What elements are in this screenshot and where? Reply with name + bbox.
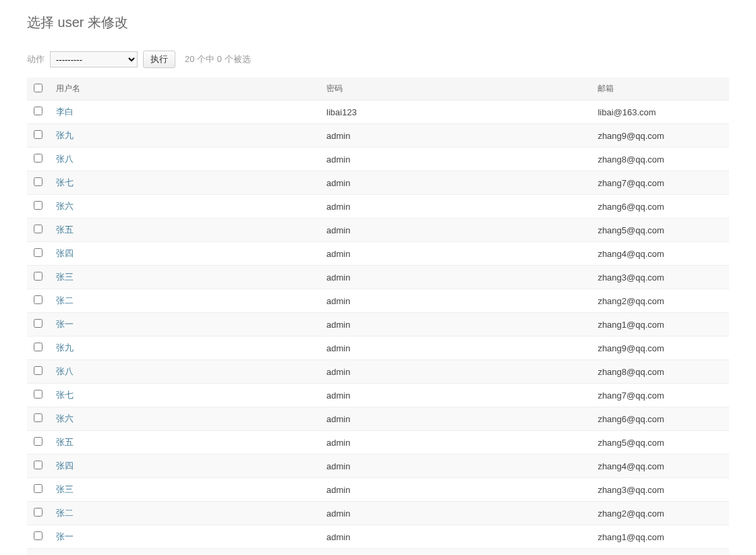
execute-button[interactable]: 执行 (143, 51, 175, 68)
cell-email: zhang1@qq.com (591, 313, 729, 337)
row-checkbox[interactable] (34, 130, 42, 139)
cell-email: zhang4@qq.com (591, 455, 729, 478)
row-checkbox[interactable] (34, 201, 42, 210)
row-checkbox[interactable] (34, 437, 42, 446)
cell-email: zhang7@qq.com (591, 384, 729, 407)
cell-username: 张九 (49, 337, 320, 360)
row-checkbox-cell (27, 384, 49, 407)
username-link[interactable]: 张二 (56, 295, 74, 305)
header-password[interactable]: 密码 (320, 78, 591, 100)
table-row: 张五adminzhang5@qq.com (27, 218, 729, 242)
username-link[interactable]: 张八 (56, 154, 74, 164)
cell-password: admin (320, 171, 591, 195)
table-row: 白兰花adminadmin@qq.com (27, 549, 729, 556)
row-checkbox[interactable] (34, 107, 42, 115)
row-checkbox[interactable] (34, 248, 42, 257)
cell-username: 张四 (49, 242, 320, 266)
row-checkbox[interactable] (34, 295, 42, 304)
username-link[interactable]: 张八 (56, 366, 74, 376)
row-checkbox[interactable] (34, 225, 42, 233)
row-checkbox-cell (27, 360, 49, 384)
row-checkbox[interactable] (34, 366, 42, 375)
cell-username: 张五 (49, 218, 320, 242)
row-checkbox[interactable] (34, 390, 42, 399)
row-checkbox-cell (27, 525, 49, 549)
row-checkbox[interactable] (34, 508, 42, 517)
table-row: 张三adminzhang3@qq.com (27, 478, 729, 502)
select-all-checkbox[interactable] (34, 84, 42, 92)
cell-email: zhang3@qq.com (591, 478, 729, 502)
cell-email: zhang2@qq.com (591, 289, 729, 313)
row-checkbox[interactable] (34, 319, 42, 328)
row-checkbox[interactable] (34, 154, 42, 163)
cell-password: admin (320, 455, 591, 478)
cell-password: admin (320, 407, 591, 431)
cell-username: 李白 (49, 100, 320, 124)
table-row: 张三adminzhang3@qq.com (27, 266, 729, 289)
cell-email: zhang8@qq.com (591, 360, 729, 384)
table-row: 张一adminzhang1@qq.com (27, 525, 729, 549)
username-link[interactable]: 张三 (56, 272, 74, 282)
username-link[interactable]: 张五 (56, 437, 74, 447)
cell-email: libai@163.com (591, 100, 729, 124)
table-row: 张七adminzhang7@qq.com (27, 384, 729, 407)
username-link[interactable]: 张一 (56, 531, 74, 542)
cell-password: admin (320, 148, 591, 171)
row-checkbox-cell (27, 337, 49, 360)
actions-bar: 动作 --------- 执行 20 个中 0 个被选 (27, 51, 729, 68)
cell-username: 张八 (49, 360, 320, 384)
cell-password: admin (320, 266, 591, 289)
page-title: 选择 user 来修改 (27, 13, 729, 32)
row-checkbox[interactable] (34, 177, 42, 186)
row-checkbox-cell (27, 218, 49, 242)
cell-email: zhang8@qq.com (591, 148, 729, 171)
table-row: 张六adminzhang6@qq.com (27, 407, 729, 431)
row-checkbox-cell (27, 124, 49, 148)
username-link[interactable]: 张一 (56, 319, 74, 329)
username-link[interactable]: 张四 (56, 461, 74, 471)
username-link[interactable]: 张七 (56, 390, 74, 400)
cell-password: admin (320, 384, 591, 407)
cell-username: 张二 (49, 502, 320, 525)
username-link[interactable]: 张六 (56, 413, 74, 423)
row-checkbox[interactable] (34, 343, 42, 351)
cell-username: 张七 (49, 384, 320, 407)
table-row: 张九adminzhang9@qq.com (27, 337, 729, 360)
cell-password: admin (320, 525, 591, 549)
actions-select[interactable]: --------- (50, 51, 138, 67)
table-row: 张一adminzhang1@qq.com (27, 313, 729, 337)
username-link[interactable]: 李白 (56, 107, 74, 117)
username-link[interactable]: 张四 (56, 248, 74, 258)
row-checkbox-cell (27, 478, 49, 502)
cell-username: 张六 (49, 195, 320, 218)
username-link[interactable]: 张二 (56, 508, 74, 518)
row-checkbox-cell (27, 407, 49, 431)
cell-password: admin (320, 478, 591, 502)
username-link[interactable]: 张三 (56, 484, 74, 494)
cell-email: zhang3@qq.com (591, 266, 729, 289)
row-checkbox[interactable] (34, 531, 42, 540)
row-checkbox-cell (27, 266, 49, 289)
cell-email: zhang9@qq.com (591, 337, 729, 360)
username-link[interactable]: 张五 (56, 225, 74, 235)
row-checkbox[interactable] (34, 461, 42, 469)
username-link[interactable]: 张七 (56, 177, 74, 187)
header-email[interactable]: 邮箱 (591, 78, 729, 100)
row-checkbox[interactable] (34, 484, 42, 493)
username-link[interactable]: 张九 (56, 343, 74, 353)
cell-password: admin (320, 360, 591, 384)
table-row: 张九adminzhang9@qq.com (27, 124, 729, 148)
user-table: 用户名 密码 邮箱 李白libai123libai@163.com张九admin… (27, 78, 729, 555)
row-checkbox-cell (27, 289, 49, 313)
row-checkbox[interactable] (34, 272, 42, 281)
cell-username: 张四 (49, 455, 320, 478)
cell-username: 张一 (49, 525, 320, 549)
cell-username: 张九 (49, 124, 320, 148)
row-checkbox[interactable] (34, 413, 42, 422)
username-link[interactable]: 张九 (56, 130, 74, 140)
username-link[interactable]: 张六 (56, 201, 74, 211)
table-row: 李白libai123libai@163.com (27, 100, 729, 124)
row-checkbox-cell (27, 171, 49, 195)
header-username[interactable]: 用户名 (49, 78, 320, 100)
selection-count: 20 个中 0 个被选 (185, 53, 251, 65)
